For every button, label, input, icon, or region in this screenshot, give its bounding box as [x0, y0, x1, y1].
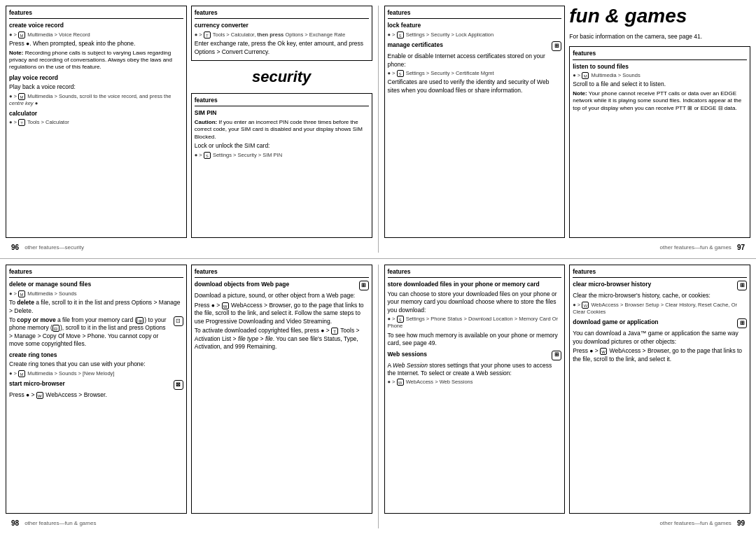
create-voice-nav: ● > M Multimedia > Voice Record	[9, 31, 183, 38]
move-icon: ⊡	[174, 316, 183, 326]
features-header-1: features	[9, 9, 183, 19]
create-voice-note: Note: Recording phone calls is subject t…	[9, 50, 183, 71]
sim-pin-body: Lock or unlock the SIM card:	[195, 142, 369, 150]
download-game-icon: ⊞	[737, 318, 747, 328]
delete-sounds-nav: ● > M Multimedia > Sounds	[9, 290, 183, 297]
footer-text-98: other features—fun & games	[24, 520, 96, 526]
manage-certs-title: manage certificates ⊞	[388, 41, 562, 51]
web-sessions-title: Web sessions ⊞	[388, 351, 562, 360]
delete-sounds-body1: To delete a file, scroll to it in the li…	[9, 299, 183, 315]
download-game-title: download game or application ⊞	[573, 318, 747, 328]
features-header-8: features	[388, 268, 562, 278]
delete-sounds-body2: To copy or move a file from your memory …	[9, 316, 183, 349]
features-header-9: features	[573, 268, 747, 278]
security-section-title: security	[191, 68, 372, 86]
browser-icon: ⊠	[174, 380, 183, 390]
features-header-3: features	[195, 97, 369, 106]
ring-tones-nav: ● > M Multimedia > Sounds > [New Melody]	[9, 370, 183, 377]
listen-sounds-note: Note: Your phone cannot receive PTT call…	[573, 90, 747, 112]
web-sessions-icon: ⊞	[552, 351, 561, 360]
calculator-nav: ● > T Tools > Calculator	[9, 119, 183, 126]
clear-history-icon: ⊞	[737, 281, 747, 290]
manage-certs-nav: ● > S Settings > Security > Certificate …	[388, 70, 562, 77]
fun-games-title: fun & games	[569, 6, 750, 27]
create-voice-title: create voice record	[9, 22, 183, 29]
page-num-97: 97	[737, 244, 745, 251]
features-header-5: features	[573, 50, 747, 59]
clear-history-title: clear micro-browser history ⊞	[573, 281, 747, 290]
ring-tones-title: create ring tones	[9, 351, 183, 359]
play-voice-intro: Play back a voice record:	[9, 83, 183, 91]
download-objects-body2: Press ● > W WebAccess > Browser, go to t…	[195, 302, 369, 325]
features-header-4: features	[388, 9, 562, 19]
lock-feature-title: lock feature	[388, 22, 562, 29]
fun-games-intro: For basic information on the camera, see…	[569, 33, 750, 41]
web-sessions-body: A Web Session stores settings that your …	[388, 362, 562, 378]
listen-sounds-nav: ● > M Multimedia > Sounds	[573, 72, 747, 79]
listen-sounds-title: listen to sound files	[573, 63, 747, 71]
micro-browser-body: Press ● > W WebAccess > Browser.	[9, 391, 183, 399]
web-sessions-nav: ● > W WebAccess > Web Sessions	[388, 379, 562, 386]
download-objects-body1: Download a picture, sound, or other obje…	[195, 292, 369, 300]
calculator-title: calculator	[9, 110, 183, 118]
features-header-2: features	[195, 9, 369, 19]
features-header-6: features	[9, 268, 183, 278]
currency-title: currency converter	[195, 22, 369, 29]
footer-text-99: other features—fun & games	[660, 520, 732, 526]
footer-text-96: other features—security	[24, 244, 84, 251]
store-files-body2: To see how much memory is available on y…	[388, 332, 562, 348]
sim-pin-title: SIM PIN	[195, 109, 369, 117]
download-icon: ⊞	[359, 281, 369, 290]
sim-pin-caution: Caution: If you enter an incorrect PIN c…	[195, 119, 369, 141]
currency-nav: ● > T Tools > Calculator, then press Opt…	[195, 31, 369, 38]
delete-sounds-title: delete or manage sound files	[9, 281, 183, 288]
page-num-96: 96	[11, 244, 19, 251]
features-header-7: features	[195, 268, 369, 278]
play-voice-title: play voice record	[9, 74, 183, 82]
download-objects-body3: To activate downloaded copyrighted files…	[195, 327, 369, 351]
listen-sounds-body: Scroll to a file and select it to listen…	[573, 80, 747, 88]
micro-browser-title: start micro-browser ⊠	[9, 380, 183, 390]
manage-certs-body1: Enable or disable Internet access certif…	[388, 52, 562, 69]
currency-body: Enter exchange rate, press the Ok key, e…	[195, 40, 369, 56]
manage-certs-body2: Certificates are used to verify the iden…	[388, 78, 562, 94]
download-game-body2: Press ● > W WebAccess > Browser, go to t…	[573, 347, 747, 363]
page-num-98: 98	[11, 519, 19, 527]
download-game-body1: You can download a Java™ game or applica…	[573, 330, 747, 346]
sim-pin-nav: ● > S Settings > Security > SIM PIN	[195, 152, 369, 159]
ring-tones-body: Create ring tones that you can use with …	[9, 360, 183, 368]
store-files-title: store downloaded files in your phone or …	[388, 281, 562, 288]
download-objects-title: download objects from Web page ⊞	[195, 281, 369, 290]
store-files-nav: ● > S Settings > Phone Status > Download…	[388, 316, 562, 330]
store-files-body1: You can choose to store your downloaded …	[388, 290, 562, 314]
footer-text-97: other features—fun & games	[660, 244, 732, 251]
clear-history-nav: ● > W WebAccess > Browser Setup > Clear …	[573, 302, 747, 316]
clear-history-body: Clear the micro-browser's history, cache…	[573, 292, 747, 300]
lock-feature-nav: ● > S Settings > Security > Lock Applica…	[388, 31, 562, 38]
cert-icon: ⊞	[552, 41, 561, 51]
create-voice-body: Press ●. When prompted, speak into the p…	[9, 40, 183, 48]
play-voice-nav: ● > M Multimedia > Sounds, scroll to the…	[9, 93, 183, 107]
page-num-99: 99	[737, 519, 745, 527]
